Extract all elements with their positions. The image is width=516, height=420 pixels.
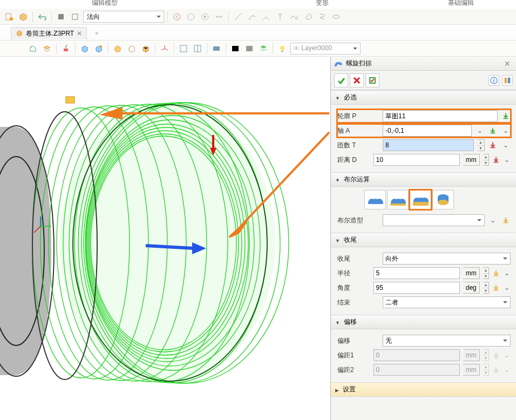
section-tail[interactable]: 收尾 <box>331 233 516 247</box>
pick-bool-shape-icon[interactable] <box>501 215 511 226</box>
toolbar-curve-line[interactable] <box>232 11 244 23</box>
svg-rect-73 <box>494 357 499 358</box>
svg-point-9 <box>221 16 222 17</box>
toolbar-curve-spiral[interactable] <box>302 11 314 23</box>
vt-view-2[interactable] <box>192 43 203 55</box>
dropdown-end[interactable]: 二者 <box>383 296 511 308</box>
vt-cube-2[interactable] <box>93 43 105 55</box>
svg-point-5 <box>188 13 194 20</box>
label-bool-shape: 布尔造型 <box>337 216 379 225</box>
section-offset[interactable]: 偏移 <box>331 315 516 329</box>
input-bool-shape[interactable] <box>383 214 485 226</box>
svg-rect-60 <box>508 77 510 83</box>
vt-axis[interactable] <box>159 43 171 55</box>
vt-color-black[interactable] <box>229 43 241 55</box>
vt-shade-2[interactable] <box>126 43 138 55</box>
viewport-3d[interactable] <box>0 57 330 420</box>
turns-spinner[interactable]: ▲▼ <box>477 139 485 151</box>
toolbar-btn-new[interactable] <box>3 11 15 23</box>
toolbar-btn-undo[interactable] <box>36 11 48 23</box>
toolbar-curve-arc[interactable] <box>246 11 258 23</box>
bool-intersect[interactable] <box>432 190 454 209</box>
label-radius: 半径 <box>337 269 370 278</box>
vt-shade-1[interactable] <box>112 43 124 55</box>
unit-angle: deg <box>463 282 480 294</box>
vt-layers[interactable] <box>41 43 53 55</box>
vt-insert[interactable] <box>27 43 39 55</box>
pick-offd2-icon <box>492 364 500 375</box>
vt-light[interactable] <box>276 43 288 55</box>
vt-shade-3[interactable] <box>140 43 152 55</box>
bool-base[interactable] <box>364 190 386 209</box>
unit-offd2: mm <box>463 364 480 376</box>
dropdown-tail[interactable]: 向外 <box>383 253 511 265</box>
toolbar-playback-prev[interactable] <box>171 11 183 23</box>
info-button[interactable]: i <box>488 75 499 86</box>
vt-color-multi[interactable] <box>257 43 269 55</box>
accept-button[interactable] <box>334 73 348 87</box>
bool-shape-more[interactable] <box>488 215 498 226</box>
apply-button[interactable] <box>365 73 379 87</box>
input-axis[interactable] <box>383 125 472 137</box>
pick-radius-icon[interactable] <box>492 268 500 279</box>
menu-deform[interactable]: 变形 <box>316 0 329 8</box>
orientation-dropdown[interactable]: 法向 <box>83 11 164 23</box>
unit-distance: mm <box>463 154 480 166</box>
radius-opts-icon[interactable] <box>503 268 511 279</box>
dist-spinner[interactable]: ▲▼ <box>483 154 489 166</box>
bool-subtract[interactable] <box>410 190 431 209</box>
axis-more-icon[interactable] <box>475 125 485 136</box>
pick-axis-icon[interactable] <box>488 125 498 136</box>
toolbar-curve-sweep[interactable] <box>330 11 342 23</box>
toolbar-curve-spline[interactable] <box>288 11 300 23</box>
new-tab-button[interactable]: ＋ <box>89 26 104 40</box>
document-tab-active[interactable]: 卷筒主体.Z3PRT ✕ <box>11 27 87 40</box>
input-profile[interactable] <box>383 110 498 122</box>
section-boolean[interactable]: 布尔运算 <box>331 172 516 187</box>
vt-paint[interactable] <box>60 43 72 55</box>
pick-profile-icon[interactable] <box>501 111 511 121</box>
toolbar-btn-mode-frame[interactable] <box>69 11 81 23</box>
toolbar-curve-axis[interactable] <box>274 11 286 23</box>
panel-close-icon[interactable]: ✕ <box>502 59 513 68</box>
pick-angle-icon[interactable] <box>492 282 500 293</box>
toolbar-btn-mode-obj[interactable] <box>55 11 67 23</box>
cancel-button[interactable] <box>350 73 364 87</box>
tab-close-icon[interactable]: ✕ <box>77 30 82 37</box>
radius-spinner[interactable]: ▲▼ <box>483 267 489 279</box>
label-tail: 收尾 <box>337 254 379 263</box>
pick-dist-icon[interactable] <box>492 154 500 165</box>
menu-basic-edit[interactable]: 基础编辑 <box>448 0 474 8</box>
toolbar-curve-helix[interactable] <box>316 11 328 23</box>
toolbar-playback-opts[interactable] <box>213 11 225 23</box>
vt-cube-1[interactable] <box>79 43 91 55</box>
section-required[interactable]: 必选 <box>331 90 516 105</box>
bool-add[interactable] <box>387 190 409 209</box>
input-distance[interactable] <box>374 154 460 166</box>
vt-view-1[interactable] <box>178 43 189 55</box>
input-turns[interactable] <box>383 139 474 151</box>
angle-spinner[interactable]: ▲▼ <box>483 282 489 294</box>
pick-turns-icon[interactable] <box>488 140 498 151</box>
toolbar-curve-edge[interactable] <box>260 11 272 23</box>
menu-edit-model[interactable]: 编辑模型 <box>92 0 118 8</box>
section-settings[interactable]: 设置 <box>331 382 516 397</box>
dropdown-offset[interactable]: 无 <box>383 335 511 347</box>
svg-rect-2 <box>58 14 64 19</box>
pick-offd1-icon <box>492 350 500 361</box>
angle-opts-icon[interactable] <box>503 282 511 293</box>
expand-button[interactable] <box>502 75 513 86</box>
dist-opts-icon[interactable] <box>503 154 511 165</box>
toolbar-playback-play[interactable] <box>199 11 211 23</box>
panel-titlebar[interactable]: 螺旋扫掠 ✕ <box>331 57 516 71</box>
axis-opts-icon[interactable] <box>501 125 511 136</box>
layer-dropdown[interactable]: Layer0000 <box>290 43 361 55</box>
vt-clip[interactable] <box>211 43 222 55</box>
input-radius[interactable] <box>374 267 460 279</box>
turns-opts-icon[interactable] <box>501 140 511 151</box>
vt-color-gray[interactable] <box>243 43 255 55</box>
svg-point-19 <box>280 46 284 50</box>
toolbar-btn-box[interactable] <box>17 11 29 23</box>
toolbar-playback-stop[interactable] <box>185 11 197 23</box>
input-angle[interactable] <box>374 282 460 294</box>
